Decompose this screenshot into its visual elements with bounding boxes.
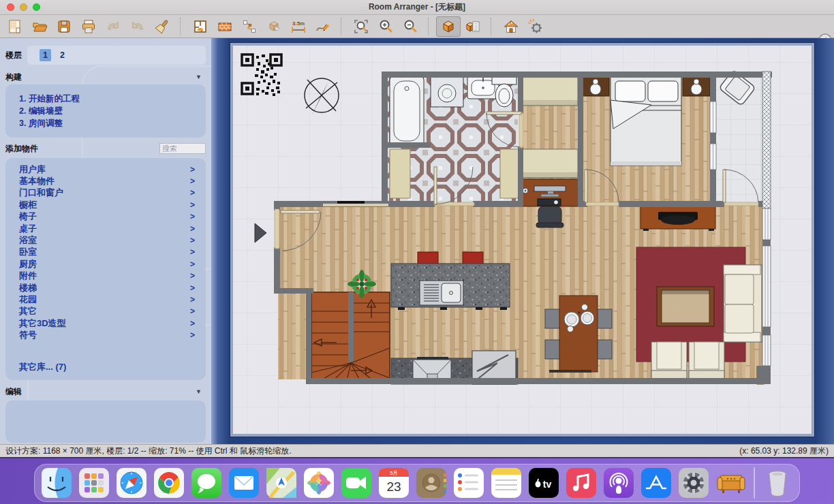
closet[interactable] bbox=[522, 149, 578, 178]
undo-button[interactable] bbox=[101, 16, 125, 37]
chevron-right-icon: > bbox=[190, 259, 195, 269]
floor-label: 楼层 bbox=[5, 50, 22, 61]
bar-stool bbox=[463, 252, 483, 264]
pillow bbox=[615, 81, 645, 101]
chevron-right-icon: > bbox=[190, 165, 195, 174]
armchair[interactable] bbox=[689, 342, 724, 379]
category-tables[interactable]: 桌子> bbox=[19, 223, 202, 234]
render-settings-button[interactable] bbox=[523, 16, 548, 37]
nightstand[interactable] bbox=[683, 77, 710, 96]
pen-icon bbox=[315, 18, 331, 35]
category-kitchen[interactable]: 厨房> bbox=[19, 258, 202, 270]
chevron-right-icon: > bbox=[190, 224, 195, 234]
trash-icon[interactable] bbox=[762, 468, 792, 498]
room-tool-button[interactable] bbox=[188, 16, 213, 37]
mail-icon[interactable] bbox=[229, 468, 259, 498]
walk-3d-button[interactable] bbox=[499, 16, 523, 37]
zoom-out-icon bbox=[402, 18, 418, 35]
sofa[interactable] bbox=[724, 265, 762, 342]
category-stairs[interactable]: 楼梯> bbox=[19, 282, 202, 294]
build-section-header[interactable]: 构建 ▼ bbox=[5, 69, 206, 84]
print-icon bbox=[80, 18, 97, 35]
print-button[interactable] bbox=[76, 16, 101, 37]
category-other-3d[interactable]: 其它3D造型> bbox=[19, 317, 202, 329]
drawing-area[interactable] bbox=[230, 43, 814, 437]
add-objects-title: 添加物件 bbox=[5, 143, 38, 155]
redo-button[interactable] bbox=[125, 16, 150, 37]
open-file-button[interactable] bbox=[27, 16, 52, 37]
bathroom-cabinet[interactable] bbox=[390, 149, 410, 198]
chrome-icon[interactable] bbox=[154, 468, 184, 498]
category-doors-windows[interactable]: 门口和窗户> bbox=[19, 187, 202, 199]
double-bed[interactable] bbox=[611, 77, 681, 166]
category-symbols[interactable]: 符号> bbox=[19, 329, 202, 341]
coffee-table[interactable] bbox=[657, 287, 714, 326]
clean-button[interactable] bbox=[150, 16, 174, 37]
finder-icon[interactable] bbox=[42, 468, 72, 498]
podcasts-icon[interactable] bbox=[604, 468, 634, 498]
settings-icon[interactable] bbox=[679, 468, 709, 498]
build-step-2[interactable]: 2. 编辑墙壁 bbox=[19, 105, 202, 117]
category-user-library[interactable]: 用户库> bbox=[19, 163, 202, 175]
measure-button[interactable]: 3.5m bbox=[286, 16, 311, 37]
notes-icon[interactable] bbox=[491, 468, 521, 498]
move-object-button[interactable] bbox=[262, 16, 286, 37]
zoom-in-button[interactable] bbox=[373, 16, 398, 37]
desk[interactable] bbox=[519, 179, 579, 206]
category-garden[interactable]: 花园> bbox=[19, 294, 202, 305]
entrance-door bbox=[281, 210, 320, 213]
more-libraries-link[interactable]: 其它库... (7) bbox=[19, 361, 202, 375]
collapse-triangle-icon[interactable]: ▼ bbox=[196, 74, 202, 80]
floor-tab-2[interactable]: 2 bbox=[57, 49, 68, 61]
category-bathroom[interactable]: 浴室> bbox=[19, 234, 202, 246]
reminders-icon[interactable] bbox=[454, 468, 484, 498]
floor-tab-1[interactable]: 1 bbox=[40, 49, 51, 61]
zoom-out-button[interactable] bbox=[398, 16, 422, 37]
edit-section-header[interactable]: 编辑 ▼ bbox=[5, 384, 206, 399]
category-other[interactable]: 其它> bbox=[19, 306, 202, 317]
closet[interactable] bbox=[522, 77, 578, 106]
category-bedroom[interactable]: 卧室> bbox=[19, 247, 202, 258]
calendar-icon[interactable]: 5月23 bbox=[379, 468, 409, 498]
object-list-button[interactable] bbox=[461, 16, 485, 37]
staircase[interactable] bbox=[311, 292, 390, 383]
build-step-1[interactable]: 1. 开始新的工程 bbox=[19, 93, 202, 105]
tv-cabinet[interactable] bbox=[640, 206, 715, 231]
wall-tool-button[interactable] bbox=[213, 16, 237, 37]
office-chair[interactable] bbox=[536, 206, 563, 227]
canvas-area bbox=[211, 38, 834, 444]
category-chairs[interactable]: 椅子> bbox=[19, 211, 202, 223]
maps-icon[interactable] bbox=[266, 468, 296, 498]
safari-icon[interactable] bbox=[117, 468, 146, 498]
facetime-icon[interactable] bbox=[341, 468, 371, 498]
appletv-icon[interactable]: tv bbox=[529, 468, 559, 498]
messages-icon[interactable] bbox=[191, 468, 221, 498]
floorplan[interactable] bbox=[233, 46, 812, 434]
svg-text:23: 23 bbox=[386, 479, 401, 494]
save-button[interactable] bbox=[52, 16, 76, 37]
collapse-triangle-icon[interactable]: ▼ bbox=[196, 388, 202, 395]
category-accessories[interactable]: 附件> bbox=[19, 270, 202, 282]
new-file-button[interactable] bbox=[3, 16, 27, 37]
nightstand[interactable] bbox=[582, 77, 609, 96]
bathtub[interactable] bbox=[390, 77, 424, 145]
dining-table bbox=[559, 296, 598, 372]
view-3d-button[interactable] bbox=[436, 16, 461, 37]
appstore-icon[interactable] bbox=[641, 468, 671, 498]
draw-button[interactable] bbox=[311, 16, 335, 37]
build-step-3[interactable]: 3. 房间调整 bbox=[19, 117, 202, 129]
washing-machine[interactable] bbox=[431, 77, 463, 107]
room-arranger-icon[interactable] bbox=[716, 468, 746, 498]
launchpad-icon[interactable] bbox=[79, 468, 109, 498]
search-input[interactable] bbox=[159, 143, 206, 154]
zoom-fit-button[interactable] bbox=[349, 16, 373, 37]
select-points-button[interactable] bbox=[237, 16, 262, 37]
category-cabinets[interactable]: 橱柜> bbox=[19, 199, 202, 210]
armchair[interactable] bbox=[651, 342, 687, 379]
photos-icon[interactable] bbox=[304, 468, 334, 498]
contacts-icon[interactable] bbox=[416, 468, 446, 498]
sink bbox=[442, 283, 461, 302]
category-basic-objects[interactable]: 基本物件> bbox=[19, 175, 202, 187]
music-icon[interactable] bbox=[566, 468, 596, 498]
bathroom-cabinet[interactable] bbox=[500, 149, 521, 198]
